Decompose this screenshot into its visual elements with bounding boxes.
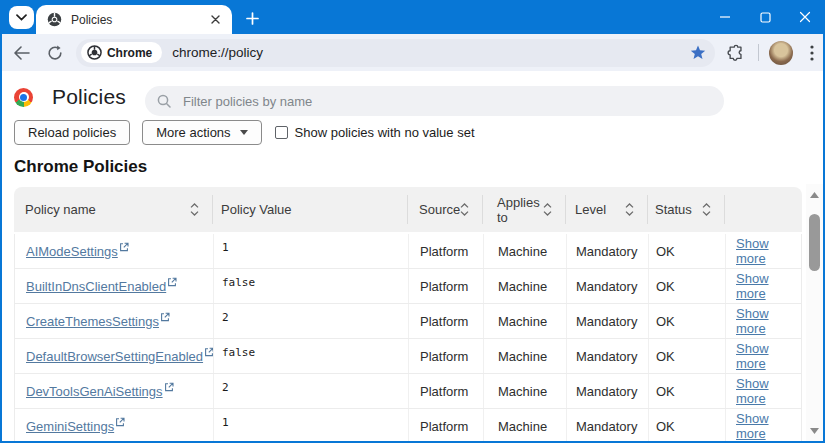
external-link-icon [115,417,125,427]
table-row: AIModeSettings 1 Platform Machine Mandat… [15,234,801,269]
close-icon [211,15,220,24]
back-arrow-icon [13,46,30,60]
scroll-down-button[interactable] [806,424,823,438]
window-frame: Chrome chrome://policy Policies [2,34,823,441]
policy-source: Platform [420,244,468,259]
policy-source: Platform [420,279,468,294]
policy-name-link[interactable]: CreateThemesSettings [26,314,170,329]
maximize-icon [760,12,771,23]
filter-field[interactable] [145,86,724,116]
show-more-link[interactable]: Show more [736,376,801,406]
show-no-value-checkbox[interactable] [275,126,288,139]
chevron-down-icon [16,14,27,21]
star-icon [690,45,706,60]
policy-page: Policies Reload policies More actions Sh… [2,71,823,441]
profile-avatar[interactable] [769,41,793,65]
triangle-down-icon [810,428,819,434]
policy-name-link[interactable]: DevToolsGenAiSettings [26,384,174,399]
filter-input[interactable] [183,94,712,109]
policy-status: OK [656,244,675,259]
close-icon [799,11,811,23]
tab-favicon [47,12,62,27]
policy-name-link[interactable]: AIModeSettings [26,244,129,259]
browser-window: Policies [0,0,825,443]
policy-applies-to: Machine [498,244,547,259]
maximize-button[interactable] [757,9,773,25]
column-header[interactable]: Level [565,187,647,232]
sort-icon[interactable] [460,203,469,216]
policy-name-link[interactable]: BuiltInDnsClientEnabled [26,279,177,294]
show-more-link[interactable]: Show more [736,271,801,301]
browser-menu-button[interactable] [801,42,823,64]
sort-icon[interactable] [625,203,634,216]
table-row: DevToolsGenAiSettings 2 Platform Machine… [15,374,801,409]
policy-value: false [222,346,255,359]
show-more-link[interactable]: Show more [736,411,801,441]
policy-applies-to: Machine [498,419,547,434]
policy-source: Platform [420,314,468,329]
minimize-button[interactable] [717,9,733,25]
dropdown-caret-icon [240,130,248,135]
scroll-up-button[interactable] [806,188,823,202]
show-more-link[interactable]: Show more [736,236,801,266]
policy-value: 1 [222,241,229,254]
toolbar-divider [758,44,759,61]
address-bar[interactable]: Chrome chrome://policy [76,39,715,67]
column-header[interactable]: Policy Value [212,187,407,232]
site-chip-label: Chrome [107,46,152,60]
vertical-scrollbar[interactable] [806,184,823,441]
column-header[interactable]: Policy name [14,187,212,232]
tab-close-button[interactable] [207,11,224,28]
column-header[interactable]: Source [407,187,482,232]
sort-icon[interactable] [543,203,552,216]
sort-icon[interactable] [702,203,711,216]
external-link-icon [160,312,170,322]
extensions-button[interactable] [724,41,748,65]
policy-value: false [222,276,255,289]
table-row: GeminiSettings 1 Platform Machine Mandat… [15,409,801,441]
policy-value: 2 [222,381,229,394]
tab-search-button[interactable] [9,6,34,29]
policy-value: 1 [222,416,229,429]
page-title: Policies [52,85,126,109]
page-header: Policies [14,81,803,113]
show-more-link[interactable]: Show more [736,306,801,336]
policy-applies-to: Machine [498,314,547,329]
policy-status: OK [656,384,675,399]
chrome-logo-icon [14,88,33,107]
policy-name-link[interactable]: GeminiSettings [26,419,125,434]
sort-icon[interactable] [190,203,199,216]
policy-source: Platform [420,349,468,364]
policy-level: Mandatory [576,279,637,294]
scrollbar-thumb[interactable] [809,214,820,271]
policy-value: 2 [222,311,229,324]
external-link-icon [119,242,129,252]
reload-icon [47,45,63,61]
show-more-link[interactable]: Show more [736,341,801,371]
column-header[interactable]: Status [647,187,724,232]
column-header[interactable]: Applies to [482,187,565,232]
close-window-button[interactable] [797,9,813,25]
reload-policies-button[interactable]: Reload policies [14,120,130,145]
more-actions-button[interactable]: More actions [142,120,261,145]
search-icon [157,94,171,108]
triangle-up-icon [810,192,819,198]
table-body: AIModeSettings 1 Platform Machine Mandat… [14,234,802,441]
reload-button[interactable] [42,40,68,66]
browser-tab[interactable]: Policies [36,5,232,34]
policy-status: OK [656,349,675,364]
table-row: BuiltInDnsClientEnabled false Platform M… [15,269,801,304]
chrome-mono-icon [87,45,102,60]
policy-level: Mandatory [576,349,637,364]
external-link-icon [204,347,213,357]
new-tab-button[interactable] [242,8,262,28]
policy-applies-to: Machine [498,349,547,364]
puzzle-icon [727,44,745,62]
site-chip[interactable]: Chrome [81,42,162,63]
tab-title: Policies [71,13,207,27]
policy-name-link[interactable]: DefaultBrowserSettingEnabled [26,349,213,364]
column-header[interactable] [724,187,802,232]
window-controls [717,0,819,34]
bookmark-star-button[interactable] [687,42,709,64]
back-button[interactable] [9,40,35,66]
